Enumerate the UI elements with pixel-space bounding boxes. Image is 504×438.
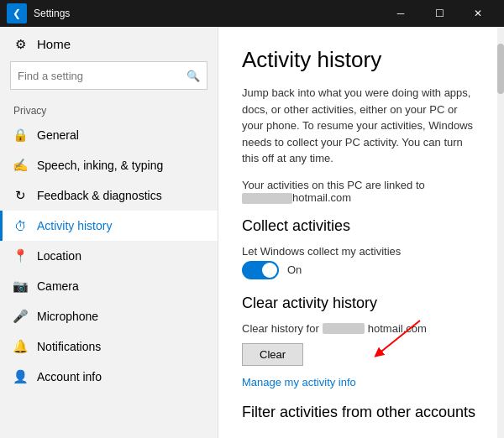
window-title: Settings	[34, 8, 381, 19]
nav-label-feedback: Feedback & diagnostics	[37, 189, 162, 202]
privacy-section-label: Privacy	[0, 96, 218, 120]
sidebar-item-camera[interactable]: 📷 Camera	[0, 271, 218, 301]
sidebar-item-activity[interactable]: ⏱ Activity history	[0, 211, 218, 241]
activity-icon: ⏱	[13, 219, 27, 232]
maximize-button[interactable]: ☐	[420, 0, 459, 27]
linked-account-row: Your activities on this PC are linked to…	[242, 179, 480, 204]
search-box[interactable]: 🔍	[10, 61, 207, 90]
content-wrapper: Activity history Jump back into what you…	[218, 27, 504, 438]
nav-label-location: Location	[37, 249, 81, 263]
page-description: Jump back into what you were doing with …	[242, 85, 480, 167]
feedback-icon: ↻	[13, 189, 27, 202]
manage-activity-link[interactable]: Manage my activity info	[242, 376, 480, 388]
sidebar-item-location[interactable]: 📍 Location	[0, 241, 218, 271]
clear-section-heading: Clear activity history	[242, 295, 480, 312]
collect-label: Let Windows collect my activities	[242, 245, 401, 258]
location-icon: 📍	[13, 249, 27, 263]
sidebar-home-button[interactable]: ⚙ Home	[0, 27, 218, 61]
back-button[interactable]: ❮	[7, 3, 27, 23]
collect-section-heading: Collect activities	[242, 217, 480, 235]
toggle-row: On	[242, 261, 480, 279]
sidebar: ⚙ Home 🔍 Privacy 🔒 General ✍ Speech, ink…	[0, 27, 218, 438]
camera-icon: 📷	[13, 279, 27, 293]
close-button[interactable]: ✕	[459, 0, 497, 27]
main-content: Activity history Jump back into what you…	[218, 27, 504, 438]
nav-label-account: Account info	[37, 370, 102, 383]
home-icon: ⚙	[13, 38, 27, 51]
sidebar-item-account[interactable]: 👤 Account info	[0, 362, 218, 392]
sidebar-home-label: Home	[37, 37, 71, 51]
filter-section-heading: Filter activities from other accounts	[242, 404, 480, 421]
back-icon: ❮	[13, 8, 21, 19]
app-container: ⚙ Home 🔍 Privacy 🔒 General ✍ Speech, ink…	[0, 27, 504, 438]
search-input[interactable]	[18, 70, 181, 82]
scrollbar-thumb[interactable]	[497, 44, 504, 94]
nav-label-camera: Camera	[37, 279, 79, 293]
window-controls: ─ ☐ ✕	[381, 0, 497, 27]
nav-label-microphone: Microphone	[37, 310, 98, 323]
title-bar: ❮ Settings ─ ☐ ✕	[0, 0, 504, 27]
account-icon: 👤	[13, 370, 27, 383]
minimize-icon: ─	[397, 8, 405, 19]
microphone-icon: 🎤	[13, 310, 27, 323]
account-redacted	[242, 193, 292, 204]
search-icon: 🔍	[186, 70, 200, 82]
linked-account-prefix: Your activities on this PC are linked to	[242, 179, 425, 191]
clear-for-label: Clear history for	[242, 322, 319, 335]
close-icon: ✕	[474, 8, 482, 19]
maximize-icon: ☐	[435, 8, 444, 19]
toggle-knob	[262, 263, 277, 278]
minimize-button[interactable]: ─	[381, 0, 420, 27]
sidebar-item-notifications[interactable]: 🔔 Notifications	[0, 331, 218, 362]
sidebar-item-feedback[interactable]: ↻ Feedback & diagnostics	[0, 180, 218, 211]
sidebar-item-microphone[interactable]: 🎤 Microphone	[0, 301, 218, 331]
nav-label-notifications: Notifications	[37, 340, 101, 353]
nav-label-general: General	[37, 128, 79, 142]
sidebar-item-general[interactable]: 🔒 General	[0, 120, 218, 150]
clear-account-redacted	[323, 323, 365, 334]
nav-label-speech: Speech, inking, & typing	[37, 159, 163, 172]
lock-icon: 🔒	[13, 128, 27, 142]
collect-toggle[interactable]	[242, 261, 279, 279]
pen-icon: ✍	[13, 159, 27, 172]
linked-account-suffix: hotmail.com	[292, 191, 351, 204]
notifications-icon: 🔔	[13, 340, 27, 353]
scrollbar[interactable]	[497, 27, 504, 438]
collect-toggle-row: Let Windows collect my activities	[242, 245, 480, 258]
sidebar-item-speech[interactable]: ✍ Speech, inking, & typing	[0, 150, 218, 180]
clear-account-suffix: hotmail.com	[368, 322, 427, 335]
clear-for-row: Clear history for hotmail.com	[242, 322, 480, 335]
clear-button[interactable]: Clear	[242, 343, 303, 366]
page-title: Activity history	[242, 47, 480, 73]
toggle-on-label: On	[287, 263, 302, 276]
nav-label-activity: Activity history	[37, 219, 112, 232]
